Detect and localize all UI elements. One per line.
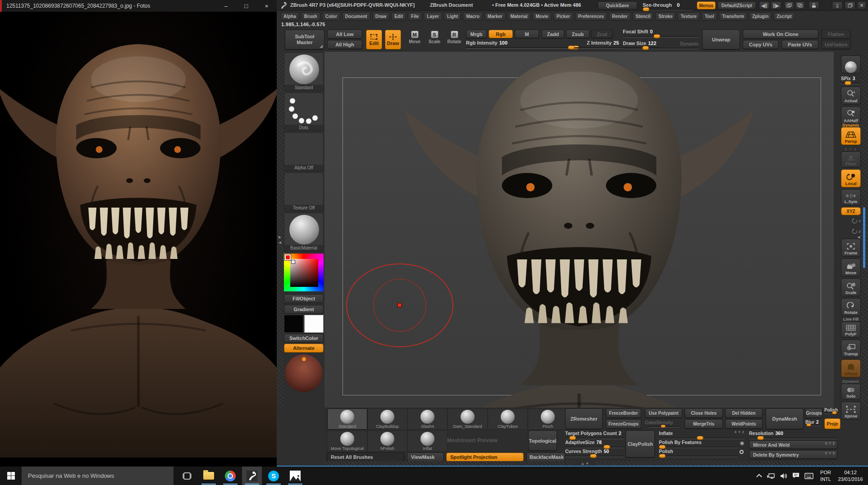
window-front-icon[interactable] <box>795 1 805 9</box>
menu-item[interactable]: Color <box>322 12 340 21</box>
menu-item[interactable]: Tool <box>702 12 717 21</box>
edit-button[interactable]: Edit <box>366 30 382 50</box>
color-picker[interactable] <box>284 254 324 291</box>
resolution-slider[interactable]: Resolution360 <box>749 431 837 439</box>
slider-handle[interactable] <box>642 46 649 50</box>
start-button[interactable] <box>0 467 22 485</box>
xyz-button[interactable]: XYZ <box>841 207 861 215</box>
zsub-button[interactable]: Zsub <box>566 30 589 38</box>
photos-taskbar-button[interactable] <box>285 467 305 485</box>
photos-minimize-button[interactable]: – <box>216 0 236 12</box>
menu-item[interactable]: Zscript <box>773 12 795 21</box>
unflatten-button[interactable]: UnFlatten <box>821 40 851 49</box>
slider-handle[interactable] <box>806 423 811 426</box>
menus-button[interactable]: Menus <box>697 1 716 9</box>
flatten-button[interactable]: Flatten <box>821 30 851 39</box>
menu-item[interactable]: Alpha <box>280 12 299 21</box>
current-brush-thumbnail[interactable]: Standard <box>284 52 324 91</box>
backfacemask-button[interactable]: BackfaceMask <box>526 453 565 462</box>
rotate-y-button[interactable]: Y <box>841 217 861 226</box>
pager-right-button[interactable]: ||▶ <box>771 1 781 9</box>
transp-button[interactable]: Transp <box>841 340 861 358</box>
clock[interactable]: 04:1223/01/2016 <box>835 467 866 485</box>
zremesher-button[interactable]: ZRemesher <box>565 408 603 429</box>
rotate-tool[interactable]: R Rotate <box>446 31 462 44</box>
freeze-groups-button[interactable]: FreezeGroups <box>606 419 641 429</box>
see-through-slider[interactable] <box>643 7 693 10</box>
menu-item[interactable]: Stencil <box>633 12 654 21</box>
menu-item[interactable]: Light <box>444 12 461 21</box>
touch-keyboard-button[interactable] <box>802 467 816 485</box>
del-hidden-button[interactable]: Del Hidden <box>725 408 763 418</box>
lsym-button[interactable]: L.Sym <box>841 189 861 205</box>
slider-handle[interactable] <box>659 454 666 458</box>
language-indicator[interactable]: PORINTL <box>817 467 835 485</box>
menu-item[interactable]: Movie <box>532 12 551 21</box>
pager-left-button[interactable]: ◀|| <box>759 1 770 9</box>
left-tray-divider[interactable]: ▶◀ <box>277 52 284 408</box>
dynamesh-button[interactable]: DynaMesh <box>766 408 804 429</box>
fill-object-button[interactable]: FillObject <box>284 294 324 303</box>
curves-strength-slider[interactable]: Curves Strength50 <box>565 449 624 457</box>
focal-shift-slider[interactable]: Focal Shift0 <box>623 29 698 37</box>
brush-thumbnail[interactable]: Inflat <box>407 431 448 452</box>
claypolish-button[interactable]: ClayPolish <box>626 431 655 458</box>
polyf-button[interactable]: PolyF <box>841 322 861 338</box>
window-back-icon[interactable] <box>784 1 794 9</box>
tool-preview-sphere[interactable] <box>285 354 323 392</box>
freeze-border-button[interactable]: FreezeBorder <box>606 408 641 418</box>
spotlight-projection-button[interactable]: Spotlight Projection <box>446 453 524 462</box>
brush-thumbnail[interactable]: Dam_Standard <box>448 408 488 430</box>
ghost-button[interactable]: Ghost <box>841 359 861 377</box>
file-explorer-button[interactable] <box>199 467 219 485</box>
target-polygons-slider[interactable]: Target Polygons Count2 <box>565 431 624 439</box>
bpr-button[interactable]: BPR <box>841 55 861 73</box>
spix-slider[interactable]: SPix3 <box>841 76 861 84</box>
paste-uvs-button[interactable]: Paste UVs <box>781 40 818 49</box>
subtool-master-button[interactable]: SubTool Master ◢ <box>285 30 324 50</box>
scale-tool[interactable]: S Scale <box>426 31 443 44</box>
slider-handle[interactable] <box>845 81 851 85</box>
viewmask-button[interactable]: ViewMask <box>407 453 444 462</box>
divider-handle-icon[interactable]: ▶◀ <box>279 236 281 245</box>
brush-thumbnail[interactable]: Standard <box>327 408 367 430</box>
action-center-button[interactable] <box>790 467 801 485</box>
menu-item[interactable]: Material <box>507 12 531 21</box>
draw-button[interactable]: Draw <box>385 30 401 50</box>
menu-item[interactable]: Picker <box>553 12 573 21</box>
photos-close-button[interactable]: × <box>256 0 277 12</box>
menu-item[interactable]: File <box>408 12 422 21</box>
frame-button[interactable]: Frame <box>841 239 861 257</box>
groups-button[interactable]: Groups <box>805 408 822 418</box>
rgb-button[interactable]: Rgb <box>489 30 513 38</box>
aahalf-button[interactable]: AAHalf <box>841 106 861 124</box>
color-density-slider[interactable]: ColorDensity <box>645 420 682 427</box>
actual-button[interactable]: x1 Actual <box>841 86 861 104</box>
work-on-clone-button[interactable]: Work On Clone <box>743 30 818 39</box>
close-icon[interactable]: × <box>857 1 866 9</box>
mrgb-button[interactable]: Mrgb <box>466 30 487 38</box>
brush-thumbnail[interactable]: ClayBuildup <box>367 408 407 430</box>
slider-handle[interactable] <box>757 436 764 440</box>
close-holes-button[interactable]: Close Holes <box>685 408 723 418</box>
all-low-button[interactable]: All Low <box>327 30 362 39</box>
switch-color-button[interactable]: SwitchColor <box>284 334 324 343</box>
brush-thumbnail[interactable]: Move Topological <box>327 431 367 452</box>
menu-item[interactable]: Zplugin <box>749 12 772 21</box>
move-tool[interactable]: M Move <box>407 31 423 44</box>
texture-thumbnail[interactable]: Texture Off <box>284 172 324 211</box>
lock-icon[interactable] <box>809 1 819 9</box>
gradient-button[interactable]: Gradient <box>284 305 324 314</box>
xpose-button[interactable]: Xpose <box>841 402 861 420</box>
material-thumbnail[interactable]: BasicMaterial <box>284 213 324 251</box>
brush-thumbnail[interactable]: hPolish <box>367 431 407 452</box>
slider-handle[interactable] <box>832 411 837 414</box>
projection-button[interactable]: Proje <box>824 418 841 429</box>
m-button[interactable]: M <box>515 30 539 38</box>
rotate-z-button[interactable]: Z <box>841 227 861 236</box>
slider-handle[interactable] <box>643 7 649 11</box>
delete-by-symmetry-button[interactable]: Delete By Symmetry X Y Z <box>749 450 837 459</box>
photo-view[interactable] <box>0 12 277 467</box>
solo-button[interactable]: Solo <box>841 384 861 400</box>
menu-item[interactable]: Edit <box>391 12 406 21</box>
